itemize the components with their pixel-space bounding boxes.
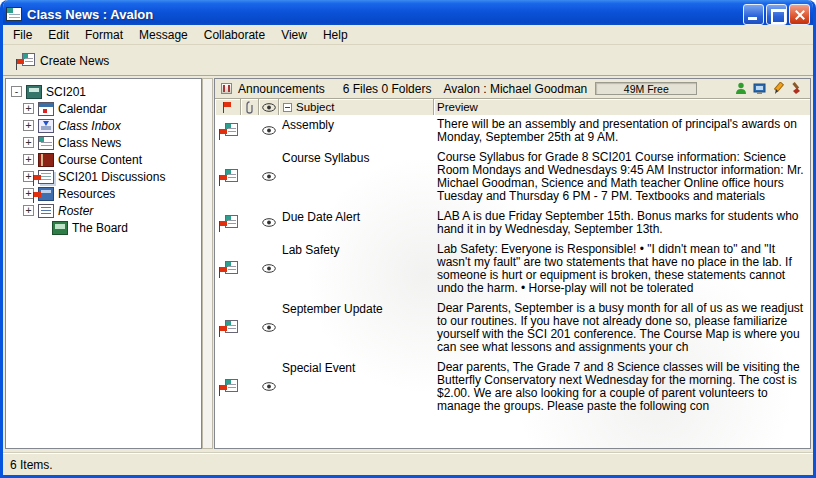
- status-bar: 6 Items.: [3, 453, 813, 475]
- tree-item-label: Class Inbox: [58, 119, 121, 133]
- tree-item-icon: [38, 170, 54, 184]
- menu-item[interactable]: View: [273, 25, 315, 45]
- minimize-icon[interactable]: [743, 4, 764, 25]
- tree-expander-icon[interactable]: +: [23, 154, 34, 165]
- message-row[interactable]: Due Date Alert LAB A is due Friday Septe…: [215, 207, 810, 240]
- flag-column-header[interactable]: [215, 99, 241, 115]
- message-subject[interactable]: Special Event: [282, 361, 355, 375]
- tree-item[interactable]: The Board: [6, 219, 201, 236]
- tree-item-icon: [38, 153, 54, 167]
- preview-column-header[interactable]: Preview: [434, 99, 810, 115]
- message-preview: There will be an assembly and presentati…: [437, 117, 797, 144]
- message-preview: LAB A is due Friday September 15th. Bonu…: [437, 209, 799, 236]
- menu-item[interactable]: Help: [315, 25, 356, 45]
- viewed-cell: [259, 360, 279, 413]
- unread-flag-icon: [219, 267, 228, 278]
- message-subject[interactable]: Lab Safety: [282, 243, 339, 257]
- server-identity: Avalon : Michael Goodman: [443, 82, 587, 96]
- message-row[interactable]: Course Syllabus Course Syllabus for Grad…: [215, 148, 810, 207]
- tree-item[interactable]: + Calendar: [6, 100, 201, 117]
- eye-icon: [262, 172, 276, 181]
- tree-item[interactable]: + Class News: [6, 134, 201, 151]
- message-preview: Dear Parents, September is a busy month …: [437, 301, 803, 354]
- subject-column-header[interactable]: Subject: [279, 99, 434, 115]
- toolbar: Create News: [3, 46, 813, 76]
- brush-icon[interactable]: [791, 82, 804, 95]
- attachment-cell: [241, 117, 259, 144]
- pane-header: Announcements 6 Files 0 Folders Avalon :…: [215, 79, 810, 99]
- tree-item-icon: [52, 221, 68, 235]
- window: Class News : Avalon File Edit Format Mes…: [0, 0, 816, 478]
- message-row[interactable]: Assembly There will be an assembly and p…: [215, 115, 810, 148]
- eye-icon: [262, 103, 276, 112]
- window-title: Class News : Avalon: [27, 7, 153, 22]
- folder-tree: - SCI201 + Calendar +: [5, 78, 202, 449]
- tree-item[interactable]: + SCI201 Discussions: [6, 168, 201, 185]
- tree-item[interactable]: + Class Inbox: [6, 117, 201, 134]
- unread-flag-icon: [219, 175, 228, 186]
- message-row[interactable]: Lab Safety Lab Safety: Everyone is Respo…: [215, 240, 810, 299]
- viewed-cell: [259, 117, 279, 144]
- monitor-icon[interactable]: [753, 83, 766, 95]
- message-row[interactable]: Special Event Dear parents, The Grade 7 …: [215, 358, 810, 417]
- tree-expander-icon[interactable]: +: [23, 103, 34, 114]
- message-subject[interactable]: Assembly: [282, 118, 334, 132]
- message-preview: Course Syllabus for Grade 8 SCI201 Cours…: [437, 150, 804, 203]
- tree-item-label: Class News: [58, 136, 121, 150]
- create-news-button[interactable]: Create News: [9, 49, 116, 73]
- tree-item[interactable]: - SCI201: [6, 83, 201, 100]
- subject-column-label: Subject: [296, 101, 334, 113]
- menu-item[interactable]: File: [5, 25, 40, 45]
- tree-item-label: Calendar: [58, 102, 107, 116]
- pane-view-icon[interactable]: [221, 83, 232, 94]
- attachment-cell: [241, 360, 259, 413]
- pencil-icon[interactable]: [772, 82, 785, 95]
- menu-item[interactable]: Edit: [40, 25, 77, 45]
- close-icon[interactable]: [789, 4, 810, 25]
- news-item-icon: [219, 215, 238, 231]
- menu-item[interactable]: Format: [77, 25, 131, 45]
- tree-item[interactable]: + Course Content: [6, 151, 201, 168]
- attachment-cell: [241, 242, 259, 295]
- tree-item[interactable]: + Roster: [6, 202, 201, 219]
- tree-item-label: The Board: [72, 221, 128, 235]
- viewed-cell: [259, 209, 279, 236]
- unread-flag-icon: [33, 192, 42, 203]
- news-item-icon: [219, 123, 238, 139]
- tree-item-label: Resources: [58, 187, 115, 201]
- menu-bar: File Edit Format Message Collaborate Vie…: [3, 25, 813, 45]
- tree-item-label: Course Content: [58, 153, 142, 167]
- tree-scrollbar[interactable]: [202, 78, 213, 449]
- message-subject[interactable]: September Update: [282, 302, 383, 316]
- message-row[interactable]: September Update Dear Parents, September…: [215, 299, 810, 358]
- eye-icon: [262, 218, 276, 227]
- tree-expander-icon[interactable]: +: [23, 137, 34, 148]
- tree-expander-icon[interactable]: +: [23, 205, 34, 216]
- user-status-icon[interactable]: [735, 82, 747, 95]
- news-item-icon: [219, 261, 238, 277]
- collapse-all-icon[interactable]: [283, 103, 292, 112]
- unread-flag-icon: [219, 129, 228, 140]
- tree-item-icon: [26, 85, 42, 99]
- viewed-cell: [259, 301, 279, 354]
- tree-item-icon: [38, 187, 54, 201]
- menu-item[interactable]: Collaborate: [196, 25, 273, 45]
- tree-item-icon: [38, 136, 54, 150]
- tree-item[interactable]: + Resources: [6, 185, 201, 202]
- red-flag-icon: [223, 102, 232, 113]
- tree-item-icon: [38, 119, 54, 133]
- eye-icon: [262, 323, 276, 332]
- viewed-column-header[interactable]: [259, 99, 279, 115]
- unread-flag-icon: [219, 385, 228, 396]
- tree-expander-icon[interactable]: -: [11, 86, 22, 97]
- viewed-cell: [259, 242, 279, 295]
- message-subject[interactable]: Course Syllabus: [282, 151, 369, 165]
- message-subject[interactable]: Due Date Alert: [282, 210, 360, 224]
- maximize-icon[interactable]: [766, 4, 787, 25]
- attachment-column-header[interactable]: [241, 99, 259, 115]
- menu-item[interactable]: Message: [131, 25, 196, 45]
- message-preview: Lab Safety: Everyone is Responsible! • "…: [437, 242, 792, 295]
- message-rows: Assembly There will be an assembly and p…: [215, 115, 810, 448]
- tree-expander-icon[interactable]: +: [23, 120, 34, 131]
- tree-item-icon: [38, 102, 54, 116]
